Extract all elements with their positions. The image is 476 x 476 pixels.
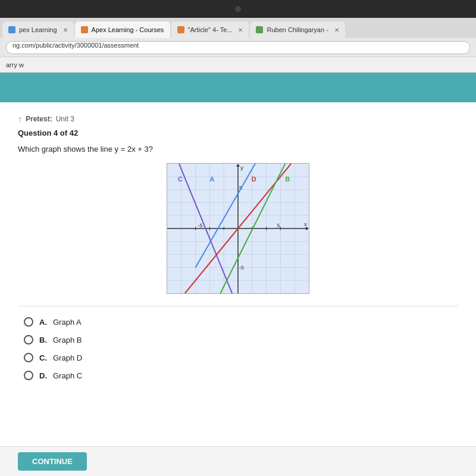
question-text: Which graph shows the line y = 2x + 3?	[18, 145, 458, 154]
tab-label-4: Ruben Chilingaryan -	[267, 26, 328, 33]
breadcrumb-icon: ↑	[18, 114, 22, 124]
content-area: ↑ Pretest: Unit 3 Question 4 of 42 Which…	[0, 102, 476, 446]
options-list: A. Graph A B. Graph B C. Graph D D. Grap…	[18, 317, 458, 380]
svg-text:5: 5	[277, 223, 280, 228]
option-a[interactable]: A. Graph A	[24, 317, 458, 327]
tab-label-2: Apex Learning - Courses	[92, 26, 164, 33]
radio-d[interactable]	[24, 371, 33, 380]
option-a-text: Graph A	[53, 318, 82, 327]
svg-text:B: B	[285, 176, 290, 183]
continue-button[interactable]: CONTINUE	[18, 452, 87, 471]
divider	[18, 306, 458, 306]
option-c-label: C.	[39, 353, 47, 362]
breadcrumb: ↑ Pretest: Unit 3	[18, 114, 458, 124]
svg-text:D: D	[252, 176, 256, 183]
tab-label-3: "Article" 4- Te...	[188, 26, 233, 33]
bookmarks-bar: arry w	[0, 57, 476, 73]
breadcrumb-sublabel: Unit 3	[56, 115, 74, 123]
radio-a[interactable]	[24, 317, 33, 327]
tab-article[interactable]: "Article" 4- Te... ✕	[171, 21, 249, 38]
option-d-text: Graph C	[53, 371, 82, 380]
tab-bar: pex Learning ✕ Apex Learning - Courses ✕…	[0, 18, 476, 38]
tab-favicon-3	[177, 26, 184, 33]
tab-close-1[interactable]: ✕	[63, 27, 68, 33]
option-b[interactable]: B. Graph B	[24, 335, 458, 345]
url-input[interactable]: ng.com/public/activity/3000001/assessmen…	[6, 41, 470, 54]
option-a-label: A.	[39, 318, 47, 327]
camera-dot	[235, 6, 241, 12]
graph-svg: x y -5 5 5 -5	[167, 164, 309, 293]
tab-close-3[interactable]: ✕	[238, 27, 243, 33]
svg-text:x: x	[304, 221, 307, 227]
browser-window: pex Learning ✕ Apex Learning - Courses ✕…	[0, 18, 476, 476]
svg-text:C: C	[178, 176, 183, 183]
breadcrumb-label: Pretest:	[26, 115, 52, 123]
page-header	[0, 73, 476, 102]
svg-text:A: A	[209, 176, 214, 183]
graph-container: x y -5 5 5 -5	[18, 163, 458, 294]
option-b-label: B.	[39, 336, 47, 345]
tab-favicon-1	[8, 26, 15, 33]
option-c-text: Graph D	[53, 353, 82, 362]
bottom-bar: CONTINUE	[0, 446, 476, 476]
tab-apex-learning-courses[interactable]: Apex Learning - Courses ✕	[75, 21, 170, 38]
svg-text:-5: -5	[239, 265, 244, 271]
camera-bar	[0, 0, 476, 18]
svg-text:y: y	[240, 164, 243, 171]
tab-close-4[interactable]: ✕	[334, 27, 339, 33]
option-b-text: Graph B	[53, 336, 82, 345]
tab-label-1: pex Learning	[19, 26, 57, 33]
tab-apex-learning[interactable]: pex Learning ✕	[2, 21, 74, 38]
option-d[interactable]: D. Graph C	[24, 371, 458, 380]
tab-favicon-2	[81, 26, 88, 33]
option-d-label: D.	[39, 371, 47, 380]
question-number: Question 4 of 42	[18, 129, 458, 137]
radio-b[interactable]	[24, 335, 33, 345]
tab-favicon-4	[256, 26, 263, 33]
svg-text:-5: -5	[198, 223, 203, 228]
address-bar: ng.com/public/activity/3000001/assessmen…	[0, 38, 476, 57]
tab-ruben[interactable]: Ruben Chilingaryan - ✕	[250, 21, 345, 38]
radio-c[interactable]	[24, 353, 33, 362]
graph-wrapper: x y -5 5 5 -5	[167, 163, 309, 294]
option-c[interactable]: C. Graph D	[24, 353, 458, 362]
bookmark-item[interactable]: arry w	[6, 61, 24, 68]
